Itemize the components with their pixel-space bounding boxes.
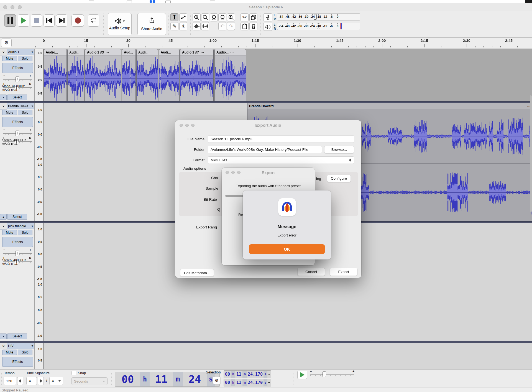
mute-button[interactable]: Mute: [2, 230, 17, 235]
export-button[interactable]: Export: [330, 268, 357, 276]
clip-menu-button[interactable]: ⋯: [106, 50, 109, 54]
play-at-speed-button[interactable]: [297, 371, 307, 379]
timeline-ruler[interactable]: ⚙ 01530451:001:151:301:452:002:152:302:4…: [0, 38, 532, 48]
draw-tool-button[interactable]: ✎: [170, 22, 178, 30]
track-name[interactable]: HIV▼: [7, 343, 35, 349]
gain-slider[interactable]: −+: [3, 129, 32, 136]
solo-button[interactable]: Solo: [18, 56, 32, 61]
cancel-button[interactable]: Cancel: [297, 268, 325, 276]
multi-tool-button[interactable]: ✳: [179, 22, 187, 30]
configure-button[interactable]: Configure: [327, 175, 351, 182]
timesig-upper-input[interactable]: 4: [26, 377, 37, 385]
time-format-caret[interactable]: [267, 371, 271, 378]
close-track-button[interactable]: ×: [0, 49, 7, 55]
zoom-out-button[interactable]: [201, 13, 209, 21]
collapse-track-button[interactable]: ▲: [0, 214, 7, 220]
select-track-button[interactable]: Select: [7, 334, 27, 339]
solo-button[interactable]: Solo: [18, 350, 32, 355]
timeline-options-button[interactable]: ⚙: [1, 39, 12, 47]
snap-checkbox[interactable]: [71, 371, 76, 375]
gain-slider[interactable]: −+: [3, 249, 32, 256]
audio-clip[interactable]: Audi...: [67, 49, 85, 101]
vertical-scale-ruler[interactable]: 1.00.5: [35, 343, 44, 369]
clip-menu-button[interactable]: ⋯: [230, 50, 234, 54]
selection-tool-button[interactable]: I: [170, 13, 178, 21]
edit-metadata-button[interactable]: Edit Metadata...: [180, 269, 214, 277]
track-name[interactable]: pink triangle▼: [7, 223, 35, 229]
format-select[interactable]: MP3 Files: [208, 156, 354, 164]
select-track-button[interactable]: Select: [7, 95, 27, 100]
effects-button[interactable]: Effects: [2, 63, 33, 73]
record-button[interactable]: [71, 14, 84, 27]
paste-button[interactable]: [241, 22, 249, 30]
effects-button[interactable]: Effects: [2, 357, 33, 367]
redo-button[interactable]: ↷: [227, 22, 235, 30]
tempo-input[interactable]: 120: [4, 377, 16, 385]
zoom-toggle-button[interactable]: [227, 13, 235, 21]
selection-start-display[interactable]: 00 h 11 m 24.170 s: [224, 370, 271, 378]
play-button[interactable]: [18, 14, 29, 27]
vertical-scale-ruler[interactable]: 1.00.50.0-0.5-1.01.00.50.0-0.5-1.0: [35, 103, 44, 221]
audio-clip[interactable]: Audio...: [44, 49, 67, 101]
mute-button[interactable]: Mute: [2, 350, 17, 355]
track-name[interactable]: Brenda Howa▼: [7, 103, 35, 109]
audio-clip[interactable]: Audio...⋯: [214, 49, 246, 101]
solo-button[interactable]: Solo: [18, 110, 32, 115]
close-track-button[interactable]: ×: [0, 103, 7, 110]
vertical-scale-ruler[interactable]: 1.00.50.0-0.5-1.01.00.50.0-0.5-1.0: [35, 223, 44, 341]
copy-button[interactable]: [249, 13, 257, 21]
audio-position-display[interactable]: 00 h 11 m 24 s: [115, 372, 220, 387]
mute-button[interactable]: Mute: [2, 110, 17, 115]
vertical-scale-ruler[interactable]: 1.00.50.0-0.5: [35, 49, 44, 101]
select-track-button[interactable]: Select: [7, 214, 27, 220]
timesig-lower-select[interactable]: 4: [49, 377, 63, 385]
cut-button[interactable]: ✂: [241, 13, 249, 21]
file-name-input[interactable]: Season 1 Episode 6.mp3: [208, 135, 354, 143]
silence-audio-button[interactable]: [201, 22, 209, 30]
playback-speed-slider[interactable]: [310, 370, 354, 378]
tempo-stepper[interactable]: [17, 377, 23, 385]
gain-slider[interactable]: −+: [3, 75, 32, 82]
trim-audio-button[interactable]: [193, 22, 201, 30]
audio-clip[interactable]: Audi...: [136, 49, 158, 101]
solo-button[interactable]: Solo: [18, 230, 32, 235]
clip-menu-button[interactable]: ⋯: [201, 50, 204, 54]
snap-mode-select[interactable]: Seconds: [71, 377, 108, 385]
audio-clip[interactable]: Aud...: [122, 49, 136, 101]
time-format-caret[interactable]: [267, 379, 271, 386]
vertical-scrollbar[interactable]: [530, 95, 532, 212]
timesig-stepper[interactable]: [38, 377, 44, 385]
audio-clip[interactable]: Audio 1 #3⋯: [85, 49, 121, 101]
playback-meter-button[interactable]: [263, 23, 272, 31]
fit-project-button[interactable]: [218, 13, 226, 21]
fit-selection-button[interactable]: [210, 13, 218, 21]
mute-button[interactable]: Mute: [2, 56, 17, 61]
playback-meter[interactable]: -54-48-42-36-30-24-18-12-60: [277, 23, 360, 30]
position-hours[interactable]: 00: [115, 372, 140, 386]
share-audio-button[interactable]: Share Audio: [137, 13, 166, 35]
folder-input[interactable]: /Volumes/Life's Work/00Be Gay, Make Hist…: [208, 146, 322, 153]
track-name[interactable]: Audio 1▼: [7, 49, 35, 55]
close-track-button[interactable]: ×: [0, 343, 7, 349]
browse-button[interactable]: Browse...: [324, 146, 354, 153]
loop-button[interactable]: [88, 14, 99, 27]
record-meter[interactable]: -54-48-42-36-30-24-18-12-60: [277, 13, 360, 21]
delete-button[interactable]: [249, 22, 257, 30]
envelope-tool-button[interactable]: [179, 13, 187, 21]
audio-clip[interactable]: Audi...: [159, 49, 180, 101]
audio-setup-button[interactable]: Audio Setup: [108, 13, 132, 35]
audio-clip[interactable]: Audio 1 #7⋯: [180, 49, 214, 101]
skip-to-start-button[interactable]: [44, 14, 55, 27]
close-track-button[interactable]: ×: [0, 223, 7, 230]
zoom-in-button[interactable]: [193, 13, 201, 21]
effects-button[interactable]: Effects: [2, 237, 33, 247]
undo-button[interactable]: ↶: [218, 22, 226, 30]
ok-button[interactable]: OK: [249, 244, 325, 254]
skip-to-end-button[interactable]: [56, 14, 67, 27]
position-minutes[interactable]: 11: [150, 372, 173, 386]
stop-button[interactable]: [31, 14, 42, 27]
collapse-track-button[interactable]: ▲: [0, 334, 7, 339]
effects-button[interactable]: Effects: [2, 117, 33, 127]
collapse-track-button[interactable]: ▲: [0, 95, 7, 100]
selection-options-button[interactable]: ⚙: [213, 377, 221, 384]
